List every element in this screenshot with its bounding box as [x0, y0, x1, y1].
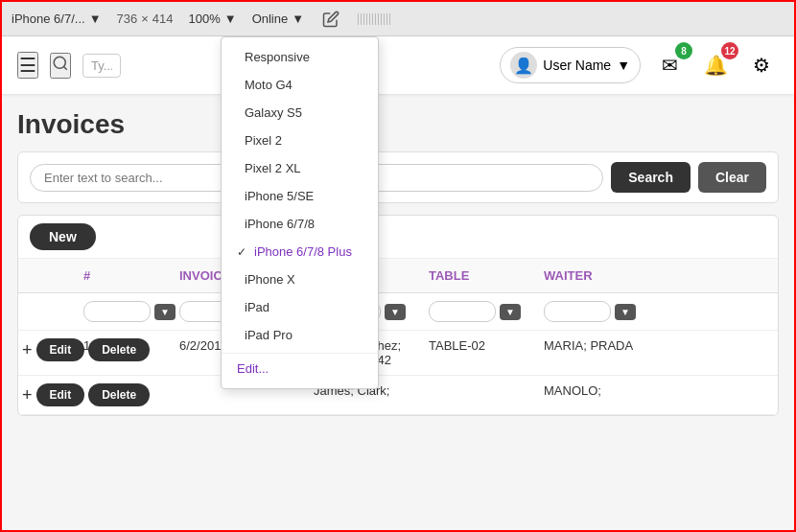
table-toolbar: New	[18, 216, 778, 259]
row-waiter: MANOLO;	[536, 376, 651, 405]
row-actions: + Edit Delete	[18, 331, 76, 369]
expand-button[interactable]: +	[22, 385, 33, 405]
row-actions: + Edit Delete	[18, 376, 76, 414]
chevron-down-icon: ▼	[617, 58, 630, 73]
filter-row: ▼ ▼ ▼ ▼ ▼	[18, 293, 778, 331]
chevron-down-icon: ▼	[89, 12, 102, 26]
table-row: + Edit Delete James; Clark; MANOLO;	[18, 376, 778, 415]
dropdown-item-iphone-5-se[interactable]: iPhone 5/SE	[222, 182, 378, 210]
dropdown-item-pixel-2[interactable]: Pixel 2	[222, 127, 378, 154]
col-extra	[651, 259, 766, 292]
filter-table-input[interactable]	[429, 301, 496, 322]
dimensions-display: 736 × 414	[117, 12, 174, 26]
row-id: 1	[76, 331, 172, 360]
col-actions	[18, 259, 76, 292]
online-selector[interactable]: Online ▼	[252, 12, 304, 26]
filter-id: ▼	[76, 297, 172, 326]
table-row: + Edit Delete 1 6/2/2018 Keny; Sánchez; …	[18, 331, 778, 376]
filter-waiter-input[interactable]	[544, 301, 611, 322]
chevron-down-icon: ▼	[224, 12, 237, 26]
dropdown-item-ipad-pro[interactable]: iPad Pro	[222, 321, 378, 349]
page-content: Invoices Search Clear New # INVOICE_DATE…	[2, 94, 794, 431]
user-menu[interactable]: 👤 User Name ▼	[500, 47, 641, 83]
notifications-badge: 12	[721, 42, 738, 59]
header-search-button[interactable]	[50, 53, 71, 79]
filter-actions	[18, 297, 76, 326]
chevron-down-icon: ▼	[292, 12, 304, 26]
filter-client-btn[interactable]: ▼	[385, 304, 406, 320]
page-title: Invoices	[17, 109, 779, 140]
avatar: 👤	[510, 52, 537, 79]
expand-button[interactable]: +	[22, 340, 33, 360]
svg-point-0	[54, 57, 65, 68]
filter-table-btn[interactable]: ▼	[500, 304, 521, 320]
svg-line-1	[63, 66, 66, 69]
device-selector[interactable]: iPhone 6/7/... ▼	[12, 12, 102, 26]
row-table: TABLE-02	[421, 331, 536, 360]
edit-pencil-icon[interactable]	[319, 8, 342, 31]
row-table	[421, 376, 536, 391]
dropdown-item-galaxy-s5[interactable]: Galaxy S5	[222, 99, 378, 127]
filter-table: ▼	[421, 297, 536, 326]
mail-badge: 8	[675, 42, 692, 59]
app-container: ☰ 👤 User Name ▼ ✉ 8 🔔 12 ⚙ Invoices Sear…	[2, 36, 794, 532]
dropdown-item-pixel-2-xl[interactable]: Pixel 2 XL	[222, 154, 378, 182]
dropdown-item-ipad[interactable]: iPad	[222, 293, 378, 321]
row-extra	[651, 331, 766, 346]
dropdown-item-iphone-x[interactable]: iPhone X	[222, 266, 378, 293]
search-bar: Search Clear	[17, 151, 779, 203]
col-table: TABLE	[421, 259, 536, 292]
row-waiter: MARIA; PRADA	[536, 331, 651, 360]
dropdown-item-iphone-678[interactable]: iPhone 6/7/8	[222, 210, 378, 238]
app-header: ☰ 👤 User Name ▼ ✉ 8 🔔 12 ⚙	[2, 36, 794, 94]
mail-button[interactable]: ✉ 8	[652, 48, 687, 82]
col-waiter: WAITER	[536, 259, 651, 292]
dropdown-item-moto-g4[interactable]: Moto G4	[222, 71, 378, 99]
hamburger-button[interactable]: ☰	[17, 52, 38, 79]
table-header: # INVOICE_DATE CLIENT TABLE WAITER	[18, 259, 778, 293]
filter-id-input[interactable]	[83, 301, 151, 322]
new-button[interactable]: New	[30, 223, 96, 250]
invoices-table: New # INVOICE_DATE CLIENT TABLE WAITER ▼	[17, 215, 779, 416]
filter-waiter: ▼	[536, 297, 651, 326]
dropdown-item-edit[interactable]: Edit...	[222, 353, 378, 382]
dropdown-item-iphone-678-plus[interactable]: ✓ iPhone 6/7/8 Plus	[222, 238, 378, 266]
filter-waiter-btn[interactable]: ▼	[615, 304, 636, 320]
row-id	[76, 376, 172, 391]
row-extra	[651, 376, 766, 391]
clear-button[interactable]: Clear	[698, 162, 766, 193]
filter-extra	[651, 297, 766, 326]
header-search-input[interactable]	[82, 54, 121, 78]
edit-label: Edit...	[237, 361, 269, 376]
zoom-selector[interactable]: 100% ▼	[189, 12, 237, 26]
device-label: iPhone 6/7/...	[12, 12, 85, 26]
col-id: #	[76, 259, 172, 292]
settings-button[interactable]: ⚙	[744, 48, 779, 82]
browser-bar: iPhone 6/7/... ▼ 736 × 414 100% ▼ Online…	[2, 2, 794, 36]
device-dropdown: Responsive Moto G4 Galaxy S5 Pixel 2 Pix…	[221, 36, 379, 389]
search-button[interactable]: Search	[611, 162, 691, 193]
notifications-button[interactable]: 🔔 12	[698, 48, 733, 82]
user-name-label: User Name	[543, 58, 611, 73]
ruler-ticks	[358, 13, 784, 25]
dropdown-item-responsive[interactable]: Responsive	[222, 43, 378, 71]
